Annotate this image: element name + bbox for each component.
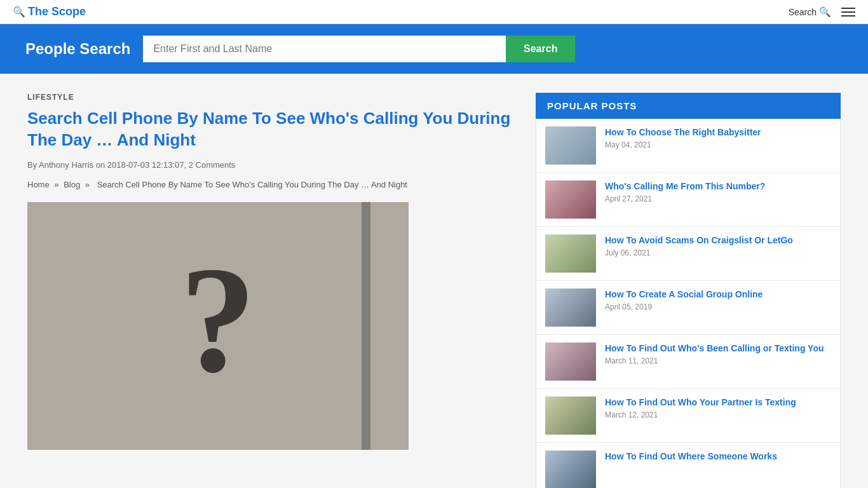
article-image: ?	[27, 202, 409, 450]
post-thumbnail	[545, 342, 596, 381]
post-title[interactable]: How To Find Out Who's Been Calling or Te…	[605, 342, 831, 354]
post-info: How To Find Out Where Someone Works	[605, 451, 831, 464]
search-icon: 🔍	[819, 6, 831, 18]
people-search-form: Search	[143, 36, 575, 62]
post-info: How To Find Out Who's Been Calling or Te…	[605, 342, 831, 365]
post-title[interactable]: How To Choose The Right Babysitter	[605, 126, 831, 138]
article-category: LIFESTYLE	[27, 93, 517, 102]
breadcrumb-sep-1: »	[54, 180, 61, 189]
hamburger-bar-1	[841, 8, 855, 9]
logo-text: The Scope	[28, 5, 86, 18]
breadcrumb-home[interactable]: Home	[27, 180, 50, 189]
post-title[interactable]: How To Find Out Where Someone Works	[605, 451, 831, 462]
article-area: LIFESTYLE Search Cell Phone By Name To S…	[27, 93, 517, 488]
people-search-label: People Search	[25, 40, 130, 58]
post-title[interactable]: How To Find Out Who Your Partner Is Text…	[605, 396, 831, 408]
post-date: July 06, 2021	[605, 248, 831, 257]
site-logo[interactable]: 🔍 The Scope	[13, 5, 86, 18]
post-info: Who's Calling Me From This Number?April …	[605, 180, 831, 203]
post-title[interactable]: How To Create A Social Group Online	[605, 288, 831, 300]
article-meta: By Anthony Harris on 2018-07-03 12:13:07…	[27, 160, 517, 170]
top-navigation: 🔍 The Scope Search 🔍	[0, 0, 868, 24]
breadcrumb-sep-2: »	[85, 180, 92, 189]
post-thumbnail	[545, 451, 596, 488]
breadcrumb-blog[interactable]: Blog	[64, 180, 80, 189]
popular-post-item: How To Find Out Who's Been Calling or Te…	[536, 335, 840, 389]
post-thumbnail	[545, 234, 596, 273]
post-thumbnail	[545, 180, 596, 219]
popular-posts-list: How To Choose The Right BabysitterMay 04…	[536, 119, 841, 488]
post-date: March 12, 2021	[605, 410, 831, 419]
post-thumbnail	[545, 396, 596, 435]
article-image-bg: ?	[27, 202, 409, 450]
popular-post-item: How To Avoid Scams On Craigslist Or LetG…	[536, 227, 840, 281]
breadcrumb-current: Search Cell Phone By Name To See Who's C…	[97, 180, 407, 189]
post-date: April 27, 2021	[605, 194, 831, 203]
popular-post-item: How To Find Out Where Someone Works	[536, 443, 840, 488]
logo-icon: 🔍	[13, 6, 25, 18]
people-search-button[interactable]: Search	[506, 36, 575, 62]
top-nav-right: Search 🔍	[789, 6, 855, 18]
popular-posts-header: POPULAR POSTS	[536, 93, 841, 119]
post-thumbnail	[545, 126, 596, 165]
question-mark: ?	[180, 243, 256, 396]
sidebar: POPULAR POSTS How To Choose The Right Ba…	[536, 93, 841, 488]
article-title: Search Cell Phone By Name To See Who's C…	[27, 108, 517, 151]
search-link[interactable]: Search 🔍	[789, 6, 831, 18]
post-date: May 04, 2021	[605, 140, 831, 149]
post-info: How To Find Out Who Your Partner Is Text…	[605, 396, 831, 419]
post-info: How To Choose The Right BabysitterMay 04…	[605, 126, 831, 149]
people-search-input[interactable]	[143, 36, 506, 62]
hamburger-bar-3	[841, 15, 855, 17]
people-search-banner: People Search Search	[0, 24, 868, 74]
popular-post-item: How To Find Out Who Your Partner Is Text…	[536, 389, 840, 443]
post-title[interactable]: How To Avoid Scams On Craigslist Or LetG…	[605, 234, 831, 246]
post-date: April 05, 2019	[605, 302, 831, 311]
post-thumbnail	[545, 288, 596, 327]
main-container: LIFESTYLE Search Cell Phone By Name To S…	[15, 74, 853, 488]
image-vertical-bar	[362, 202, 370, 450]
popular-post-item: Who's Calling Me From This Number?April …	[536, 173, 840, 227]
breadcrumb: Home » Blog » Search Cell Phone By Name …	[27, 180, 517, 189]
hamburger-bar-2	[841, 11, 855, 13]
search-label: Search	[789, 7, 817, 17]
hamburger-menu[interactable]	[841, 8, 855, 17]
post-title[interactable]: Who's Calling Me From This Number?	[605, 180, 831, 192]
popular-post-item: How To Choose The Right BabysitterMay 04…	[536, 119, 840, 173]
popular-post-item: How To Create A Social Group OnlineApril…	[536, 281, 840, 335]
post-date: March 11, 2021	[605, 356, 831, 365]
post-info: How To Avoid Scams On Craigslist Or LetG…	[605, 234, 831, 257]
post-info: How To Create A Social Group OnlineApril…	[605, 288, 831, 311]
